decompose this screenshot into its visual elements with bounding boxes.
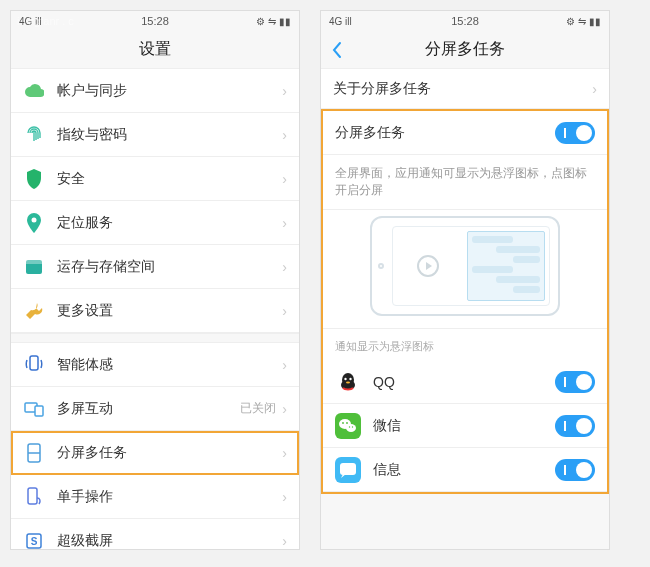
sms-icon (335, 457, 361, 483)
multiscreen-icon (23, 398, 45, 420)
app-toggle-switch[interactable] (555, 459, 595, 481)
settings-row[interactable]: 更多设置› (11, 289, 299, 333)
settings-row[interactable]: 分屏多任务› (11, 431, 299, 475)
pin-icon (23, 212, 45, 234)
wrench-icon (23, 300, 45, 322)
play-icon (417, 255, 439, 277)
app-toggle-switch[interactable] (555, 415, 595, 437)
settings-row[interactable]: 单手操作› (11, 475, 299, 519)
settings-row[interactable]: 指纹与密码› (11, 113, 299, 157)
status-time: 15:28 (141, 15, 169, 27)
status-time: 15:28 (451, 15, 479, 27)
onehand-icon (23, 486, 45, 508)
phone-mock-icon (370, 216, 560, 316)
row-label: 更多设置 (57, 302, 282, 320)
chevron-right-icon: › (592, 81, 597, 97)
svg-rect-2 (26, 260, 42, 264)
split-screen-settings: 4G ill 15:28 ⚙ ⇋ ▮▮ 分屏多任务 关于分屏多任务 › 分屏多任… (320, 10, 610, 550)
row-label: 帐户与同步 (57, 82, 282, 100)
chevron-right-icon: › (282, 357, 287, 373)
app-name: 微信 (373, 417, 555, 435)
status-bar: 4G ill 15:28 ⚙ ⇋ ▮▮ (321, 11, 609, 31)
qq-icon (335, 369, 361, 395)
row-label: 定位服务 (57, 214, 282, 232)
illustration (323, 210, 607, 329)
settings-list: 帐户与同步›指纹与密码›安全›定位服务›运存与存储空间›更多设置›智能体感›多屏… (11, 69, 299, 550)
chevron-right-icon: › (282, 401, 287, 417)
row-label: 安全 (57, 170, 282, 188)
master-toggle-switch[interactable] (555, 122, 595, 144)
header: 分屏多任务 (321, 31, 609, 69)
svg-point-13 (344, 377, 346, 379)
svg-point-19 (346, 422, 348, 424)
settings-row[interactable]: 定位服务› (11, 201, 299, 245)
settings-screen: i . kgfanr . c 4G ill 15:28 ⚙ ⇋ ▮▮ 设置 帐户… (10, 10, 300, 550)
fingerprint-icon (23, 124, 45, 146)
status-right-icons: ⚙ ⇋ ▮▮ (566, 16, 601, 27)
chevron-right-icon: › (282, 533, 287, 549)
wechat-icon (335, 413, 361, 439)
supershot-icon: S (23, 530, 45, 551)
row-label: 多屏互动 (57, 400, 240, 418)
about-split-screen-row[interactable]: 关于分屏多任务 › (321, 69, 609, 109)
master-toggle-label: 分屏多任务 (335, 124, 555, 142)
settings-row[interactable]: 智能体感› (11, 343, 299, 387)
chevron-right-icon: › (282, 445, 287, 461)
page-title: 分屏多任务 (425, 39, 505, 60)
chevron-right-icon: › (282, 215, 287, 231)
status-right-icons: ⚙ ⇋ ▮▮ (256, 16, 291, 27)
chevron-right-icon: › (282, 83, 287, 99)
app-toggle-row[interactable]: 信息 (323, 448, 607, 492)
master-toggle-row[interactable]: 分屏多任务 (323, 111, 607, 155)
chevron-right-icon: › (282, 303, 287, 319)
row-label: 单手操作 (57, 488, 282, 506)
page-title: 设置 (139, 39, 171, 60)
svg-rect-8 (28, 488, 37, 504)
settings-row[interactable]: 多屏互动已关闭› (11, 387, 299, 431)
splitscreen-icon (23, 442, 45, 464)
svg-point-20 (349, 426, 350, 427)
svg-rect-5 (35, 406, 43, 416)
svg-text:S: S (31, 536, 38, 547)
settings-row[interactable]: 帐户与同步› (11, 69, 299, 113)
svg-point-17 (346, 424, 356, 432)
row-label: 分屏多任务 (57, 444, 282, 462)
box-icon (23, 256, 45, 278)
shield-icon (23, 168, 45, 190)
back-button[interactable] (331, 41, 343, 59)
chevron-right-icon: › (282, 127, 287, 143)
cloud-icon (23, 80, 45, 102)
row-label: 超级截屏 (57, 532, 282, 550)
description-text: 全屏界面，应用通知可显示为悬浮图标，点图标开启分屏 (323, 155, 607, 210)
settings-row[interactable]: 运存与存储空间› (11, 245, 299, 289)
chevron-right-icon: › (282, 489, 287, 505)
app-name: QQ (373, 374, 555, 390)
app-toggle-switch[interactable] (555, 371, 595, 393)
row-label: 指纹与密码 (57, 126, 282, 144)
app-name: 信息 (373, 461, 555, 479)
app-toggle-row[interactable]: QQ (323, 360, 607, 404)
highlighted-panel: 分屏多任务 全屏界面，应用通知可显示为悬浮图标，点图标开启分屏 通知显示为悬浮图… (321, 109, 609, 494)
apps-list: QQ微信信息 (323, 360, 607, 492)
about-label: 关于分屏多任务 (333, 80, 592, 98)
apps-section-label: 通知显示为悬浮图标 (323, 329, 607, 360)
app-toggle-row[interactable]: 微信 (323, 404, 607, 448)
row-label: 智能体感 (57, 356, 282, 374)
settings-row[interactable]: S超级截屏› (11, 519, 299, 550)
svg-point-21 (352, 426, 353, 427)
row-label: 运存与存储空间 (57, 258, 282, 276)
status-bar: 4G ill 15:28 ⚙ ⇋ ▮▮ (11, 11, 299, 31)
status-signal: 4G ill (329, 16, 352, 27)
header: 设置 (11, 31, 299, 69)
row-value: 已关闭 (240, 400, 276, 417)
status-signal: 4G ill (19, 16, 42, 27)
svg-point-0 (32, 217, 37, 222)
svg-point-14 (349, 377, 351, 379)
sense-icon (23, 354, 45, 376)
svg-point-18 (342, 422, 344, 424)
svg-rect-3 (30, 356, 38, 370)
chevron-right-icon: › (282, 171, 287, 187)
svg-point-15 (346, 381, 350, 383)
settings-row[interactable]: 安全› (11, 157, 299, 201)
chevron-right-icon: › (282, 259, 287, 275)
